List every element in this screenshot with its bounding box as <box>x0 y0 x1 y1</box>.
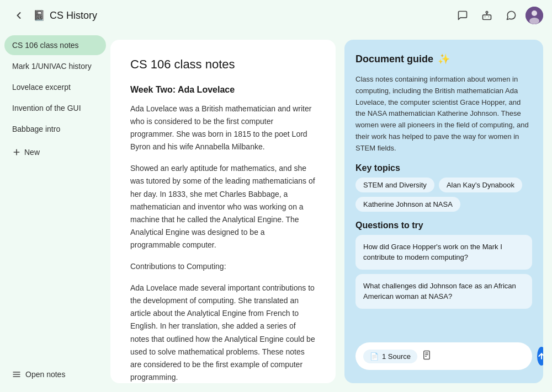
key-topics-section: Key topics STEM and Diversity Alan Kay's… <box>355 163 532 212</box>
sidebar-item-babbage[interactable]: Babbage intro <box>4 119 106 139</box>
doc-para-contributions: Contributions to Computing: <box>130 260 316 273</box>
main-layout: CS 106 class notes Mark 1/UNIVAC history… <box>0 31 552 392</box>
attach-button[interactable] <box>422 350 432 362</box>
questions-section: Questions to try How did Grace Hopper's … <box>355 221 532 313</box>
send-button[interactable] <box>537 347 543 366</box>
questions-label: Questions to try <box>355 221 532 230</box>
sidebar-item-invention[interactable]: Invention of the GUI <box>4 98 106 118</box>
svg-point-4 <box>529 18 539 24</box>
doc-title: CS 106 class notes <box>130 57 316 72</box>
source-badge[interactable]: 📄 1 Source <box>363 350 417 363</box>
content-area: CS 106 class notes Week Two: Ada Lovelac… <box>110 31 552 392</box>
input-row: 📄 1 Source <box>355 342 532 370</box>
topnav-left: 📓 CS History <box>9 6 453 25</box>
document-panel: CS 106 class notes Week Two: Ada Lovelac… <box>110 40 336 383</box>
svg-point-1 <box>486 12 487 13</box>
source-label: 1 Source <box>382 352 411 361</box>
doc-section-title: Week Two: Ada Lovelace <box>130 85 316 95</box>
topnav-right <box>453 6 543 25</box>
open-notes-button[interactable]: Open notes <box>4 366 106 383</box>
star-icon: ✨ <box>438 53 450 65</box>
svg-rect-0 <box>483 15 491 19</box>
guide-header: Document guide ✨ <box>355 53 532 65</box>
sidebar-item-lovelace[interactable]: Lovelace excerpt <box>4 77 106 97</box>
svg-point-3 <box>532 10 537 16</box>
feedback-button[interactable] <box>501 6 521 25</box>
doc-para-0: Ada Lovelace was a British mathematician… <box>130 103 316 153</box>
doc-para-1: Showed an early aptitude for mathematics… <box>130 162 316 251</box>
sidebar-item-mark1[interactable]: Mark 1/UNIVAC history <box>4 56 106 76</box>
back-button[interactable] <box>9 6 29 25</box>
guide-description: Class notes containing information about… <box>355 74 532 154</box>
sidebar: CS 106 class notes Mark 1/UNIVAC history… <box>0 31 110 392</box>
doc-para-3: Ada Lovelace made several important cont… <box>130 282 316 383</box>
new-label: New <box>24 148 40 157</box>
topics-row: STEM and Diversity Alan Kay's Dynabook K… <box>355 178 532 212</box>
new-note-button[interactable]: New <box>4 142 106 162</box>
topnav: 📓 CS History <box>0 0 552 31</box>
bot-button[interactable] <box>477 6 497 25</box>
key-topics-label: Key topics <box>355 163 532 173</box>
app-title: CS History <box>50 10 97 22</box>
avatar[interactable] <box>526 7 543 24</box>
sidebar-item-cs106[interactable]: CS 106 class notes <box>4 35 106 55</box>
chat-input[interactable] <box>436 352 533 361</box>
chat-button[interactable] <box>453 6 473 25</box>
topic-katherine[interactable]: Katherine Johnson at NASA <box>355 197 460 212</box>
source-icon: 📄 <box>370 352 379 361</box>
topic-stem[interactable]: STEM and Diversity <box>355 178 434 192</box>
topic-alan[interactable]: Alan Kay's Dynabook <box>439 178 522 192</box>
notebook-icon: 📓 <box>33 9 45 22</box>
open-notes-label: Open notes <box>25 370 65 379</box>
question-card-0[interactable]: How did Grace Hopper's work on the Mark … <box>355 235 532 270</box>
question-card-1[interactable]: What challenges did Johnson face as an A… <box>355 274 532 309</box>
guide-title: Document guide <box>355 53 433 65</box>
guide-panel: Document guide ✨ Class notes containing … <box>344 40 543 383</box>
